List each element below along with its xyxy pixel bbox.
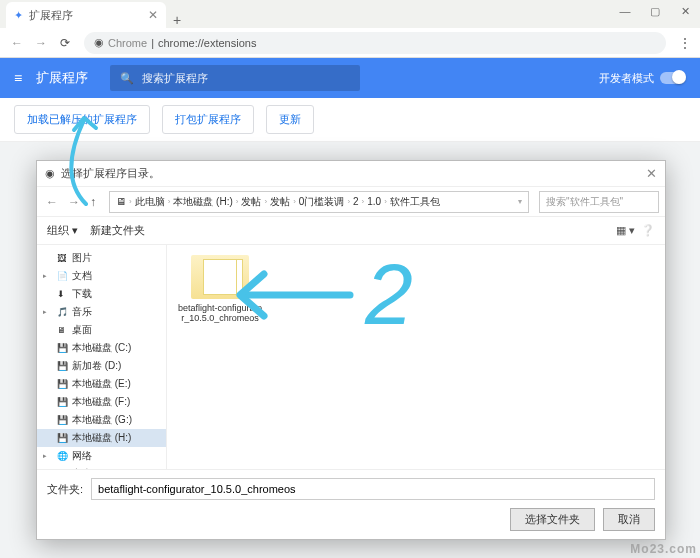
nav-up-icon[interactable]: ↑: [87, 195, 99, 209]
tree-item-label: 本地磁盘 (H:): [72, 431, 131, 445]
nav-forward-icon[interactable]: →: [65, 195, 83, 209]
file-list[interactable]: betaflight-configurator_10.5.0_chromeos: [167, 245, 665, 469]
select-folder-button[interactable]: 选择文件夹: [510, 508, 595, 531]
dialog-footer: 文件夹: 选择文件夹 取消: [37, 469, 665, 539]
tree-item[interactable]: 🖼 图片: [37, 249, 166, 267]
extension-icon: ✦: [14, 9, 23, 22]
chevron-right-icon[interactable]: ▸: [43, 308, 47, 316]
organize-button[interactable]: 组织 ▾: [47, 223, 78, 238]
dialog-titlebar: ◉ 选择扩展程序目录。 ✕: [37, 161, 665, 187]
breadcrumb-segment[interactable]: 此电脑: [135, 195, 165, 209]
breadcrumb-segment[interactable]: 0门槛装调: [299, 195, 345, 209]
url-bar: ← → ⟳ ◉ Chrome | chrome://extensions ⋮: [0, 28, 700, 58]
tree-item-icon: 🌐: [57, 451, 67, 461]
dialog-close-button[interactable]: ✕: [646, 166, 657, 181]
window-controls: — ▢ ✕: [610, 0, 700, 22]
tree-item-icon: 💾: [57, 433, 67, 443]
browser-tab[interactable]: ✦ 扩展程序 ✕: [6, 2, 166, 28]
breadcrumb-segment[interactable]: 本地磁盘 (H:): [173, 195, 232, 209]
tree-item[interactable]: 💾 本地磁盘 (C:): [37, 339, 166, 357]
toggle-switch-icon[interactable]: [660, 72, 686, 84]
tree-item-label: 桌面: [72, 323, 92, 337]
watermark: Mo23.com: [630, 542, 697, 556]
tree-item[interactable]: 🖥 桌面: [37, 321, 166, 339]
tree-item-icon: 💾: [57, 379, 67, 389]
close-window-button[interactable]: ✕: [670, 0, 700, 22]
breadcrumb-segment[interactable]: 发帖: [241, 195, 261, 209]
tree-item-icon: 🎵: [57, 307, 67, 317]
chevron-right-icon: ›: [293, 197, 296, 206]
forward-button[interactable]: →: [32, 36, 50, 50]
load-unpacked-button[interactable]: 加载已解压的扩展程序: [14, 105, 150, 134]
folder-tree[interactable]: 🖼 图片 ▸ 📄 文档 ⬇ 下载 ▸ 🎵 音乐 🖥 桌面 💾 本地磁盘 (C:)…: [37, 245, 167, 469]
tree-item-icon: 💾: [57, 361, 67, 371]
tree-item[interactable]: 💾 本地磁盘 (E:): [37, 375, 166, 393]
minimize-button[interactable]: —: [610, 0, 640, 22]
chevron-right-icon[interactable]: ▸: [43, 272, 47, 280]
tree-item[interactable]: 💾 本地磁盘 (F:): [37, 393, 166, 411]
address-bar[interactable]: ◉ Chrome | chrome://extensions: [84, 32, 666, 54]
maximize-button[interactable]: ▢: [640, 0, 670, 22]
view-mode-icon[interactable]: ▦ ▾: [616, 224, 635, 237]
url-path: chrome://extensions: [158, 37, 256, 49]
search-input[interactable]: 🔍 搜索扩展程序: [110, 65, 360, 91]
breadcrumb-segment[interactable]: 1.0: [367, 196, 381, 207]
help-icon[interactable]: ❔: [641, 224, 655, 237]
tree-item-label: 新加卷 (D:): [72, 359, 121, 373]
breadcrumb-segment[interactable]: 2: [353, 196, 359, 207]
tree-item-label: 文档: [72, 269, 92, 283]
chevron-right-icon: ›: [384, 197, 387, 206]
tree-item-icon: 📄: [57, 271, 67, 281]
breadcrumb[interactable]: 🖥›此电脑›本地磁盘 (H:)›发帖›发帖›0门槛装调›2›1.0›软件工具包▾: [109, 191, 529, 213]
tree-item[interactable]: ▸ 🎵 音乐: [37, 303, 166, 321]
new-tab-button[interactable]: +: [166, 12, 188, 28]
developer-mode-toggle[interactable]: 开发者模式: [599, 71, 686, 86]
back-button[interactable]: ←: [8, 36, 26, 50]
chevron-right-icon: ›: [168, 197, 171, 206]
tree-item-icon: 💾: [57, 397, 67, 407]
nav-back-icon[interactable]: ←: [43, 195, 61, 209]
update-button[interactable]: 更新: [266, 105, 314, 134]
breadcrumb-segment[interactable]: 发帖: [270, 195, 290, 209]
site-info-icon: ◉: [94, 36, 104, 49]
menu-icon[interactable]: ≡: [14, 70, 22, 86]
reload-button[interactable]: ⟳: [56, 36, 74, 50]
chevron-right-icon: ›: [362, 197, 365, 206]
breadcrumb-segment[interactable]: 软件工具包: [390, 195, 440, 209]
pack-extension-button[interactable]: 打包扩展程序: [162, 105, 254, 134]
pc-icon: 🖥: [116, 196, 126, 207]
tree-item[interactable]: ⬇ 下载: [37, 285, 166, 303]
tree-item-label: 音乐: [72, 305, 92, 319]
url-separator: |: [151, 37, 154, 49]
tree-item-icon: 🖥: [57, 325, 67, 335]
chevron-right-icon: ›: [264, 197, 267, 206]
tree-item[interactable]: 💾 新加卷 (D:): [37, 357, 166, 375]
cancel-button[interactable]: 取消: [603, 508, 655, 531]
tree-item[interactable]: ▸ 📄 文档: [37, 267, 166, 285]
folder-item[interactable]: betaflight-configurator_10.5.0_chromeos: [177, 255, 263, 324]
tree-item[interactable]: 💾 本地磁盘 (H:): [37, 429, 166, 447]
browser-menu-button[interactable]: ⋮: [678, 35, 692, 51]
search-placeholder: 搜索扩展程序: [142, 71, 208, 86]
tab-close-icon[interactable]: ✕: [148, 8, 158, 22]
url-scheme: Chrome: [108, 37, 147, 49]
tree-item-label: 下载: [72, 287, 92, 301]
chevron-right-icon: ›: [236, 197, 239, 206]
dialog-body: 🖼 图片 ▸ 📄 文档 ⬇ 下载 ▸ 🎵 音乐 🖥 桌面 💾 本地磁盘 (C:)…: [37, 245, 665, 469]
search-placeholder: 搜索"软件工具包": [546, 195, 623, 209]
extensions-toolbar: 加载已解压的扩展程序 打包扩展程序 更新: [0, 98, 700, 142]
tree-item-icon: ⬇: [57, 289, 67, 299]
tree-item[interactable]: 💾 本地磁盘 (G:): [37, 411, 166, 429]
tree-item-label: 本地磁盘 (F:): [72, 395, 130, 409]
dialog-search-input[interactable]: 搜索"软件工具包": [539, 191, 659, 213]
chevron-down-icon[interactable]: ▾: [518, 197, 522, 206]
new-folder-button[interactable]: 新建文件夹: [90, 223, 145, 238]
tree-item-label: 本地磁盘 (C:): [72, 341, 131, 355]
folder-name-input[interactable]: [91, 478, 655, 500]
extensions-header: ≡ 扩展程序 🔍 搜索扩展程序 开发者模式: [0, 58, 700, 98]
chevron-right-icon[interactable]: ▸: [43, 452, 47, 460]
tree-item[interactable]: ▸ 🌐 网络: [37, 447, 166, 465]
tree-item[interactable]: ▸ 👥 家庭组: [37, 465, 166, 469]
folder-picker-dialog: ◉ 选择扩展程序目录。 ✕ ← → ↑ 🖥›此电脑›本地磁盘 (H:)›发帖›发…: [36, 160, 666, 540]
folder-icon: [191, 255, 249, 299]
